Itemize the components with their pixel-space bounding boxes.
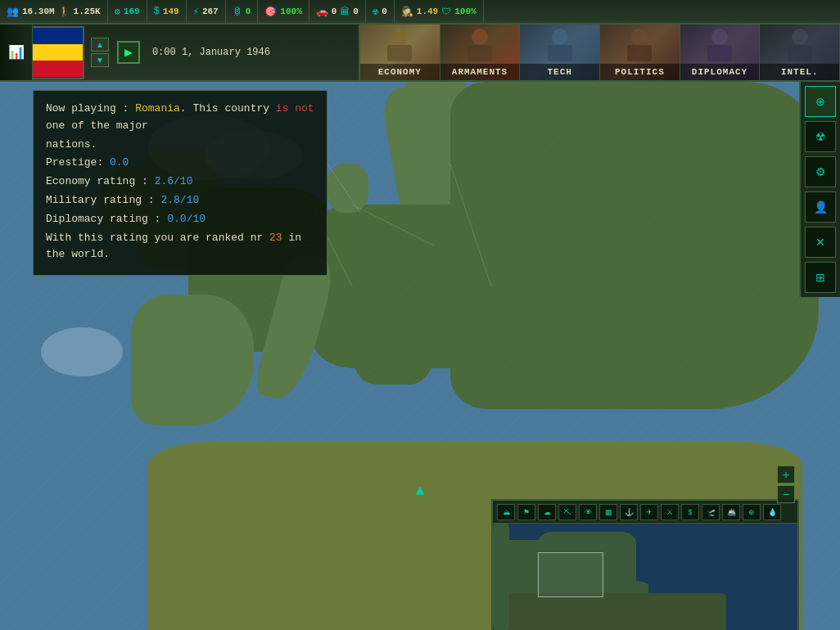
country-name: Romania bbox=[135, 102, 180, 115]
country-suffix: . This country bbox=[180, 102, 276, 115]
intel-portrait bbox=[760, 25, 839, 61]
minimap-btn-plane[interactable]: ✈ bbox=[640, 504, 658, 520]
not-major-label: is not bbox=[276, 102, 314, 115]
energy-value: 267 bbox=[202, 7, 219, 16]
diplomacy-icon: 🏛 bbox=[340, 6, 350, 18]
tech-tab-label: TECH bbox=[520, 64, 599, 80]
svg-point-17 bbox=[792, 29, 808, 45]
money-stat: $ 149 bbox=[147, 0, 187, 23]
satisfaction-value: 100% bbox=[280, 7, 301, 16]
economy-tab-label: ECONOMY bbox=[360, 64, 440, 80]
map-expand-arrow[interactable]: ▲ bbox=[416, 483, 425, 499]
person-button[interactable]: 👤 bbox=[805, 191, 836, 223]
battle-button[interactable]: ✕ bbox=[805, 227, 836, 258]
minimap-toolbar: ⛰ ⚑ ☁ ⛏ 👁 ▦ ⚓ ✈ ⚔ $ 🛫 🚢 ⊕ 💧 bbox=[493, 501, 797, 524]
manpower-value: 1.25K bbox=[74, 7, 101, 16]
tech-portrait bbox=[520, 25, 599, 61]
major-nations-end: one of the major bbox=[46, 119, 148, 132]
svg-rect-14 bbox=[627, 45, 652, 61]
espionage-value: 1.49 bbox=[417, 7, 438, 16]
svg-rect-10 bbox=[467, 45, 492, 61]
minimap-btn-terrain[interactable]: ⛰ bbox=[497, 504, 515, 520]
minimap-viewport bbox=[538, 552, 603, 597]
politics-portrait bbox=[600, 25, 680, 61]
minimap-btn-money[interactable]: $ bbox=[681, 504, 699, 520]
tab-tech[interactable]: TECH bbox=[520, 25, 600, 80]
espionage-stat: 🕵 1.49 🛡 100% bbox=[395, 0, 484, 23]
speed-up-button[interactable]: ▲ bbox=[91, 38, 109, 52]
minimap-btn-view[interactable]: 👁 bbox=[579, 504, 597, 520]
play-button[interactable]: ▶ bbox=[117, 41, 140, 64]
population-stat: 👥 16.30M 🚶 1.25K bbox=[0, 0, 108, 23]
zoom-controls: + − bbox=[777, 466, 795, 503]
economy-rating-value: 2.6/10 bbox=[155, 175, 193, 187]
prestige-label: Prestige: bbox=[46, 156, 110, 169]
svg-point-7 bbox=[391, 29, 408, 45]
minimap-btn-filter[interactable]: ▦ bbox=[599, 504, 617, 520]
minimap-btn-air[interactable]: 🛫 bbox=[702, 504, 720, 520]
minimap-btn-resource[interactable]: ⛏ bbox=[558, 504, 576, 520]
right-panel: ⊕ ☢ ⚙ 👤 ✕ ⊞ bbox=[799, 82, 840, 297]
info-line-rank: With this rating you are ranked nr 23 in… bbox=[46, 230, 314, 264]
minimap-btn-ship[interactable]: ⚓ bbox=[620, 504, 638, 520]
mapview-button[interactable]: ⊞ bbox=[805, 262, 836, 293]
top-bar: 👥 16.30M 🚶 1.25K ⚙ 169 $ 149 ⚡ 267 🛢 0 🎯… bbox=[0, 0, 840, 25]
svg-point-13 bbox=[631, 29, 648, 45]
minimap-btn-extra[interactable]: ⊕ bbox=[743, 504, 761, 520]
minimap-btn-naval[interactable]: 🚢 bbox=[722, 504, 740, 520]
zoom-out-button[interactable]: − bbox=[777, 485, 795, 503]
rank-value: 23 bbox=[269, 232, 282, 244]
satisfaction-icon: 🎯 bbox=[264, 6, 277, 18]
tab-politics[interactable]: POLITICS bbox=[600, 25, 680, 80]
minimap-container: ⛰ ⚑ ☁ ⛏ 👁 ▦ ⚓ ✈ ⚔ $ 🛫 🚢 ⊕ 💧 bbox=[491, 499, 799, 630]
tab-economy[interactable]: ECONOMY bbox=[360, 25, 440, 80]
svg-rect-16 bbox=[707, 45, 732, 61]
tab-intel[interactable]: INTEL. bbox=[760, 25, 840, 80]
industry-value: 169 bbox=[124, 7, 140, 16]
money-icon: $ bbox=[154, 6, 160, 17]
intel-tab-label: INTEL. bbox=[760, 64, 839, 80]
minimap[interactable] bbox=[493, 524, 797, 630]
population-value: 16.30M bbox=[22, 7, 55, 16]
speed-down-button[interactable]: ▼ bbox=[91, 53, 109, 67]
minimap-btn-unit[interactable]: ⚑ bbox=[517, 504, 535, 520]
industry-stat: ⚙ 169 bbox=[108, 0, 147, 23]
oil-value: 0 bbox=[246, 7, 251, 16]
tab-armaments[interactable]: ARMAMENTS bbox=[440, 25, 521, 80]
settings-button[interactable]: ⚙ bbox=[805, 156, 836, 187]
espionage-icon: 🕵 bbox=[401, 6, 413, 18]
info-line-military: Military rating : 2.8/10 bbox=[46, 192, 314, 209]
svg-rect-8 bbox=[387, 45, 412, 61]
transport-stat: 🚗 0 🏛 0 bbox=[309, 0, 366, 23]
satisfaction-stat: 🎯 100% bbox=[258, 0, 309, 23]
nuclear-button[interactable]: ☢ bbox=[805, 121, 836, 152]
speed-controls[interactable]: ▲ ▼ bbox=[91, 38, 109, 67]
military-rating-value: 2.8/10 bbox=[160, 194, 199, 206]
info-line-economy: Economy rating : 2.6/10 bbox=[46, 173, 314, 191]
minimap-btn-weather[interactable]: ☁ bbox=[538, 504, 556, 520]
readiness-value: 100% bbox=[454, 7, 476, 16]
zoom-in-button[interactable]: + bbox=[777, 466, 795, 484]
play-icon: ▶ bbox=[124, 44, 133, 61]
diplomacy-rating-value: 0.0/10 bbox=[167, 213, 205, 225]
prestige-value: 0.0 bbox=[110, 156, 129, 169]
transport-value: 0 bbox=[332, 7, 337, 16]
energy-stat: ⚡ 267 bbox=[187, 0, 226, 23]
rank-prefix: With this rating you are ranked nr bbox=[46, 232, 269, 244]
economy-portrait bbox=[360, 25, 440, 61]
manpower-icon: 🚶 bbox=[58, 6, 70, 18]
tab-diplomacy[interactable]: DIPLOMACY bbox=[680, 25, 761, 80]
minimap-btn-water[interactable]: 💧 bbox=[763, 504, 781, 520]
info-line-diplomacy: Diplomacy rating : 0.0/10 bbox=[46, 211, 314, 228]
info-line-1: Now playing : Romania. This country is n… bbox=[46, 101, 314, 135]
oil-stat: 🛢 0 bbox=[226, 0, 259, 23]
minimap-btn-military[interactable]: ⚔ bbox=[661, 504, 679, 520]
globe-button[interactable]: ⊕ bbox=[805, 86, 836, 117]
politics-tab-label: POLITICS bbox=[600, 64, 680, 80]
nuclear-value: 0 bbox=[382, 7, 387, 16]
info-panel: Now playing : Romania. This country is n… bbox=[33, 90, 327, 276]
energy-icon: ⚡ bbox=[193, 6, 199, 18]
diplomacy-portrait bbox=[680, 25, 760, 61]
nuclear-stat: ☢ 0 bbox=[366, 0, 395, 23]
armaments-portrait bbox=[440, 25, 520, 61]
